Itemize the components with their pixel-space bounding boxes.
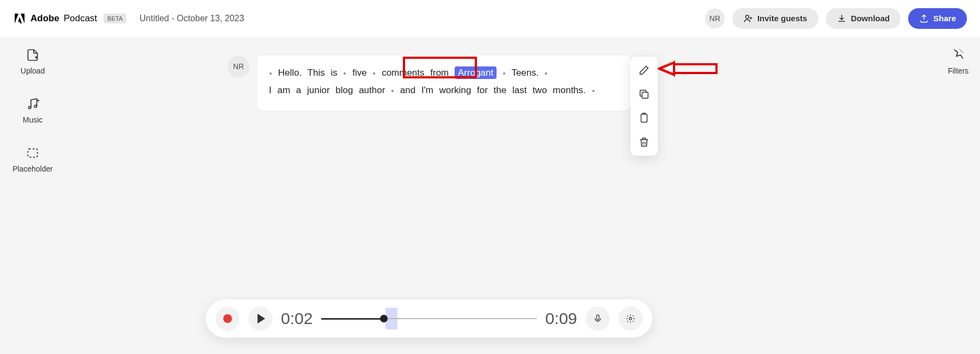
header-actions: NR Invite guests Download Share <box>705 8 967 29</box>
filters-tool[interactable]: Filters <box>936 48 980 75</box>
pause-dot-icon <box>391 90 394 92</box>
svg-marker-7 <box>659 61 674 76</box>
settings-button[interactable] <box>618 307 642 331</box>
svg-rect-5 <box>641 114 647 123</box>
invite-guests-button[interactable]: Invite guests <box>732 8 818 29</box>
beta-badge: BETA <box>103 14 126 23</box>
svg-point-12 <box>629 318 632 320</box>
filters-icon <box>951 48 965 62</box>
word-group[interactable]: comments from <box>382 68 449 78</box>
music-tool[interactable]: Music <box>23 97 43 124</box>
gear-icon <box>626 314 635 324</box>
brand-group: Adobe Podcast BETA <box>13 12 126 25</box>
mic-icon <box>593 314 603 324</box>
word-group[interactable]: I am a junior blog author <box>269 85 385 95</box>
svg-marker-9 <box>658 61 674 76</box>
upload-tool[interactable]: Upload <box>21 48 45 75</box>
brand-adobe-text: Adobe <box>30 13 59 24</box>
svg-point-0 <box>745 15 749 19</box>
player-bar: 0:02 0:09 <box>206 300 652 338</box>
music-icon <box>26 97 40 111</box>
svg-rect-3 <box>28 149 37 157</box>
svg-rect-6 <box>674 64 716 73</box>
annotation-arrow-icon <box>658 59 718 78</box>
total-time: 0:09 <box>546 309 577 328</box>
svg-marker-8 <box>659 62 674 75</box>
adobe-logo-icon <box>13 12 26 25</box>
project-title[interactable]: Untitled - October 13, 2023 <box>139 14 244 23</box>
pause-dot-icon <box>373 72 375 75</box>
download-icon <box>837 14 847 23</box>
current-time: 0:02 <box>281 309 313 328</box>
download-label: Download <box>851 14 890 23</box>
selection-action-rail <box>630 57 658 156</box>
svg-point-1 <box>28 106 30 108</box>
pause-dot-icon <box>344 72 346 75</box>
svg-rect-11 <box>597 315 599 320</box>
copy-icon[interactable] <box>638 88 650 100</box>
play-button[interactable] <box>248 307 272 331</box>
placeholder-label: Placeholder <box>13 164 53 173</box>
svg-point-2 <box>34 105 36 107</box>
clipboard-icon[interactable] <box>638 112 650 124</box>
record-button[interactable] <box>216 307 240 331</box>
svg-marker-10 <box>660 63 674 75</box>
share-icon <box>919 14 929 23</box>
placeholder-tool[interactable]: Placeholder <box>13 146 53 173</box>
word-group[interactable]: Hello. This is <box>278 68 338 78</box>
trash-icon[interactable] <box>638 136 650 148</box>
play-icon <box>258 314 265 324</box>
share-label: Share <box>933 14 956 23</box>
mic-button[interactable] <box>586 307 610 331</box>
word-group[interactable]: five <box>352 68 366 78</box>
pause-dot-icon <box>270 72 272 75</box>
pause-dot-icon <box>545 72 547 75</box>
transcript-card[interactable]: Hello. This is five comments from Arroga… <box>257 56 630 111</box>
transcript-line-2[interactable]: I am a junior blog author and I'm workin… <box>269 82 618 99</box>
timeline-track[interactable] <box>321 308 536 329</box>
music-label: Music <box>23 115 43 124</box>
app-header: Adobe Podcast BETA Untitled - October 13… <box>0 0 980 37</box>
invite-label: Invite guests <box>757 14 807 23</box>
playhead-handle[interactable] <box>380 315 388 322</box>
speaker-avatar[interactable]: NR <box>228 56 249 77</box>
transcript-line-1[interactable]: Hello. This is five comments from Arroga… <box>269 64 618 82</box>
pause-dot-icon <box>503 72 505 75</box>
share-button[interactable]: Share <box>908 8 967 29</box>
track-played <box>321 318 383 320</box>
brand-podcast-text: Podcast <box>64 13 97 24</box>
transcript-block: NR Hello. This is five comments from Arr… <box>228 56 630 111</box>
main-workspace: Upload Music Placeholder Filters NR Hell… <box>0 37 980 354</box>
left-toolbar: Upload Music Placeholder <box>0 48 65 173</box>
filters-label: Filters <box>948 66 969 75</box>
selected-word[interactable]: Arrogant <box>455 66 497 79</box>
track-remaining <box>383 318 536 319</box>
download-button[interactable]: Download <box>826 8 901 29</box>
edit-icon[interactable] <box>638 64 650 76</box>
upload-icon <box>26 48 40 62</box>
svg-rect-4 <box>642 92 648 98</box>
person-add-icon <box>743 14 753 23</box>
upload-label: Upload <box>21 66 45 75</box>
pause-dot-icon <box>592 90 595 92</box>
placeholder-icon <box>26 146 40 160</box>
word-group[interactable]: Teens. <box>511 68 538 78</box>
word-group[interactable]: and I'm working for the last two months. <box>400 85 586 95</box>
user-avatar[interactable]: NR <box>705 9 725 28</box>
record-dot-icon <box>223 314 232 323</box>
